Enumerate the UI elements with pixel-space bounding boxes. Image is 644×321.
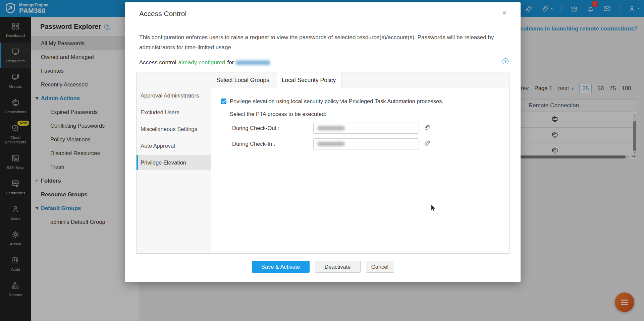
save-activate-button[interactable]: Save & Activate [252, 261, 310, 273]
privilege-elevation-panel: Privilege elevation using local security… [211, 88, 509, 253]
masked-process-value [318, 126, 344, 130]
cancel-button[interactable]: Cancel [366, 261, 394, 273]
tab-label: Select Local Groups [216, 77, 269, 84]
checkbox-label: Privilege elevation using local security… [230, 98, 443, 105]
access-control-tab-container: Select Local Groups Local Security Polic… [136, 72, 509, 254]
menu-item-label: Approval Administrators [141, 92, 199, 99]
menu-item-privilege-elevation[interactable]: Privilege Elevation [137, 155, 211, 170]
attach-process-icon[interactable] [424, 124, 431, 132]
attach-process-icon[interactable] [424, 139, 431, 148]
dialog-description: This configuration enforces users to rai… [139, 33, 499, 53]
during-check-in-label: During Check-In : [232, 141, 275, 147]
status-middle: for [227, 59, 234, 66]
privilege-elevation-checkbox[interactable] [221, 99, 226, 104]
status-line: Access control already configured for [139, 59, 270, 66]
help-icon[interactable]: ? [502, 58, 508, 64]
menu-item-auto-approval[interactable]: Auto Approval [137, 138, 211, 153]
tab-local-security-policy[interactable]: Local Security Policy [276, 72, 341, 88]
tab-label: Local Security Policy [282, 77, 336, 84]
divider [139, 22, 506, 22]
dialog-title: Access Control [139, 10, 186, 18]
close-icon[interactable]: × [502, 9, 506, 17]
mouse-cursor [431, 204, 437, 213]
deactivate-button[interactable]: Deactivate [315, 261, 361, 273]
tab-select-local-groups[interactable]: Select Local Groups [206, 72, 280, 88]
masked-process-value [318, 142, 344, 146]
masked-resource-name [236, 60, 270, 65]
menu-item-label: Miscellaneous Settings [141, 126, 197, 132]
check-in-process-input[interactable] [313, 138, 419, 149]
check-out-process-input[interactable] [313, 123, 419, 134]
menu-item-miscellaneous-settings[interactable]: Miscellaneous Settings [137, 122, 211, 136]
menu-item-label: Auto Approval [141, 143, 175, 149]
pam360-app: ManageEngine PAM360 [0, 0, 644, 321]
pta-subtitle: Select the PTA process to be executed: [230, 111, 326, 117]
menu-item-excluded-users[interactable]: Excluded Users [137, 105, 211, 120]
during-check-out-label: During Check-Out : [232, 125, 279, 131]
menu-item-label: Excluded Users [141, 109, 179, 116]
status-prefix: Access control [139, 59, 176, 66]
access-control-dialog: Access Control × This configuration enfo… [125, 2, 521, 282]
dialog-footer: Save & Activate Deactivate Cancel [125, 261, 521, 273]
menu-item-approval-administrators[interactable]: Approval Administrators [137, 88, 211, 103]
status-configured-badge: already configured [178, 59, 225, 66]
menu-item-label: Privilege Elevation [141, 159, 186, 166]
